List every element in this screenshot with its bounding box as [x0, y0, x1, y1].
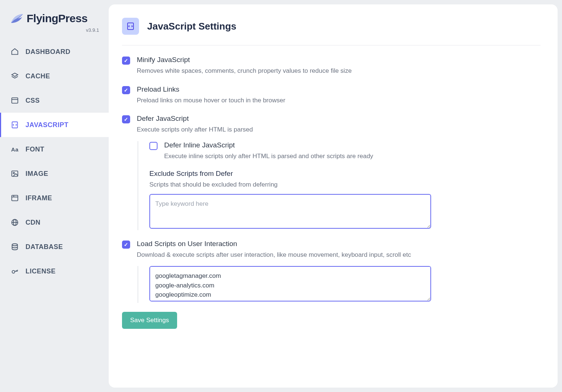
interaction-checkbox[interactable]	[122, 241, 130, 249]
setting-exclude-defer: Exclude Scripts from Defer Scripts that …	[149, 170, 541, 230]
sidebar-item-image[interactable]: IMAGE	[0, 161, 109, 186]
sidebar-item-iframe[interactable]: IFRAME	[0, 186, 109, 210]
minify-checkbox[interactable]	[122, 57, 130, 65]
exclude-defer-textarea[interactable]	[149, 194, 431, 229]
save-settings-button[interactable]: Save Settings	[122, 312, 177, 329]
interaction-sub-block	[138, 266, 541, 303]
sidebar-item-label: IMAGE	[26, 170, 48, 178]
page-header: JavaScript Settings	[122, 18, 541, 45]
key-icon	[11, 267, 19, 275]
iframe-icon	[11, 194, 19, 202]
sidebar-item-label: FONT	[26, 146, 44, 153]
font-icon: Aa	[11, 145, 19, 153]
sidebar-item-label: CSS	[26, 97, 40, 105]
preload-checkbox[interactable]	[122, 86, 130, 94]
svg-rect-4	[12, 171, 18, 177]
home-icon	[11, 48, 19, 56]
image-icon	[11, 170, 19, 178]
svg-point-12	[12, 244, 18, 246]
brand-name: FlyingPress	[27, 12, 88, 25]
sidebar-item-cache[interactable]: CACHE	[0, 64, 109, 88]
sidebar-item-css[interactable]: CSS	[0, 88, 109, 113]
sidebar-item-label: JAVASCRIPT	[26, 121, 68, 129]
setting-defer-inline: Defer Inline JavaScript Execute inline s…	[149, 141, 541, 161]
setting-title: Preload Links	[137, 85, 541, 93]
sidebar-item-label: LICENSE	[26, 267, 56, 275]
setting-desc: Scripts that should be excluded from def…	[149, 180, 541, 190]
setting-minify-js: Minify JavaScript Removes white spaces, …	[122, 56, 541, 76]
setting-title: Minify JavaScript	[137, 56, 541, 64]
svg-rect-6	[12, 195, 18, 201]
sidebar-nav: DASHBOARD CACHE CSS JAVASCRIPT	[0, 40, 109, 283]
sidebar-item-javascript[interactable]: JAVASCRIPT	[0, 113, 109, 137]
svg-point-13	[12, 270, 15, 273]
page-title: JavaScript Settings	[147, 21, 236, 32]
sidebar-item-label: IFRAME	[26, 194, 52, 202]
javascript-icon	[11, 121, 19, 129]
sidebar-item-cdn[interactable]: CDN	[0, 210, 109, 235]
setting-desc: Download & execute scripts after user in…	[137, 250, 541, 260]
sidebar-item-label: CACHE	[26, 72, 50, 80]
svg-marker-0	[12, 73, 18, 76]
css-icon	[11, 96, 19, 105]
setting-load-on-interaction: Load Scripts on User Interaction Downloa…	[122, 240, 541, 260]
sidebar-item-font[interactable]: Aa FONT	[0, 137, 109, 161]
svg-rect-1	[12, 98, 18, 103]
version-label: v3.9.1	[0, 25, 109, 40]
sidebar-item-label: DASHBOARD	[26, 48, 71, 56]
defer-checkbox[interactable]	[122, 115, 130, 123]
main-panel: JavaScript Settings Minify JavaScript Re…	[109, 4, 558, 388]
defer-sub-block: Defer Inline JavaScript Execute inline s…	[138, 141, 541, 230]
setting-desc: Removes white spaces, comments, crunch p…	[137, 66, 541, 76]
sidebar-item-database[interactable]: DATABASE	[0, 235, 109, 259]
setting-title: Defer JavaScript	[137, 115, 541, 123]
setting-desc: Execute inline scripts only after HTML i…	[164, 151, 541, 161]
logo-icon	[10, 12, 24, 25]
sidebar: FlyingPress v3.9.1 DASHBOARD CACHE CSS	[0, 0, 109, 392]
sidebar-item-license[interactable]: LICENSE	[0, 259, 109, 283]
setting-preload-links: Preload Links Preload links on mouse hov…	[122, 85, 541, 105]
interaction-scripts-textarea[interactable]	[149, 266, 431, 301]
defer-inline-checkbox[interactable]	[149, 142, 158, 150]
sidebar-item-dashboard[interactable]: DASHBOARD	[0, 40, 109, 64]
sidebar-item-label: CDN	[26, 219, 41, 226]
layers-icon	[11, 72, 19, 80]
logo: FlyingPress	[0, 8, 109, 25]
sidebar-item-label: DATABASE	[26, 243, 63, 251]
setting-title: Exclude Scripts from Defer	[149, 170, 541, 178]
database-icon	[11, 243, 19, 251]
setting-title: Defer Inline JavaScript	[164, 141, 541, 149]
setting-defer-js: Defer JavaScript Execute scripts only af…	[122, 115, 541, 134]
globe-icon	[11, 218, 19, 226]
svg-point-5	[13, 172, 14, 174]
setting-title: Load Scripts on User Interaction	[137, 240, 541, 248]
setting-desc: Execute scripts only after HTML is parse…	[137, 125, 541, 134]
page-icon-javascript	[122, 18, 139, 35]
setting-desc: Preload links on mouse hover or touch in…	[137, 96, 541, 105]
